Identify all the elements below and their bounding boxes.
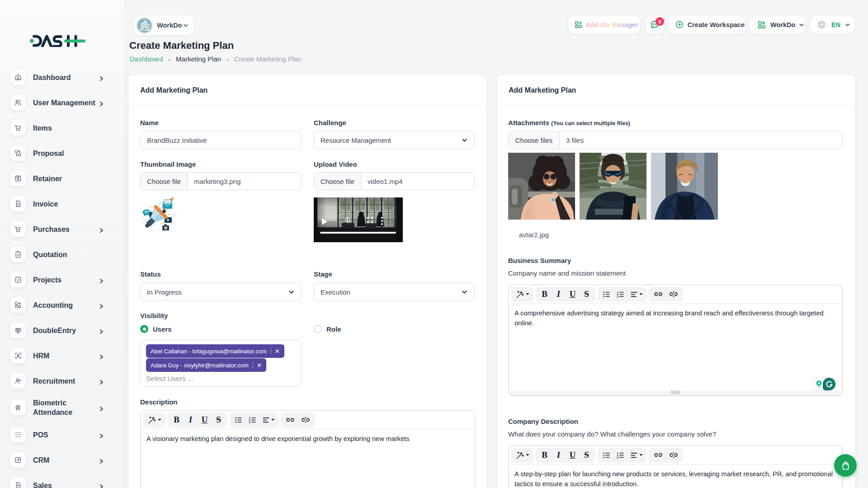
- svg-text:3: 3: [617, 296, 619, 298]
- svg-text:3: 3: [617, 456, 619, 459]
- svg-text:3: 3: [249, 421, 251, 424]
